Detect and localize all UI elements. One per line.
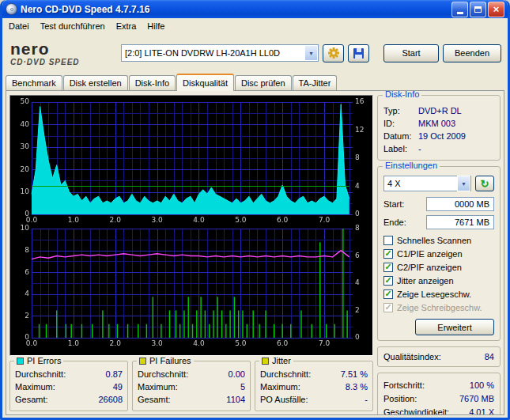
pif-jitter-chart [13,225,370,348]
start-position-input[interactable]: 0000 MB [426,197,494,211]
checkbox-icon: ✓ [383,289,393,299]
app-icon [6,3,17,15]
title-bar: Nero CD-DVD Speed 4.7.7.16 × [2,0,508,18]
checkbox-c2-pif-anzeigen[interactable]: ✓ C2/PIF anzeigen [383,260,494,274]
tab-strip: Benchmark Disk erstellen Disk-Info Diskq… [2,73,508,90]
disk-date-label: Datum: [383,130,418,142]
stat-label: Maximum: [260,380,300,393]
pi-errors-color-swatch [17,358,24,365]
chevron-down-icon[interactable]: ▼ [457,176,470,191]
speed-label: Geschwindigkeit: [383,406,449,415]
stat-label: Gesamt: [15,393,48,406]
save-icon [353,48,364,59]
stat-label: Durchschnitt: [138,368,188,380]
toolbar: nero CD·DVD SPEED [2:0] LITE-ON DVDRW LH… [2,33,508,73]
checkbox-schnelles-scannen[interactable]: ✓ Schnelles Scannen [383,233,494,247]
checkbox-label: Zeige Lesegeschw. [397,289,471,299]
checkbox-jitter-anzeigen[interactable]: ✓ Jitter anzeigen [383,274,494,287]
disk-date-value: 19 Oct 2009 [418,130,466,142]
end-position-label: Ende: [383,218,406,227]
options-button[interactable] [323,44,344,62]
disk-label-label: Label: [383,142,418,155]
checkbox-zeige-schreibgeschw: ✓ Zeige Schreibgeschw. [383,301,494,314]
checkbox-zeige-lesegeschw[interactable]: ✓ Zeige Lesegeschw. [383,287,494,301]
stat-label: Gesamt: [138,393,171,406]
tab-ta-jitter[interactable]: TA-Jitter [293,75,338,90]
tab-disk-info[interactable]: Disk-Info [129,75,176,90]
minimize-button[interactable] [451,2,468,17]
quality-index-box: Qualitätsindex: 84 [377,346,501,367]
pi-failures-panel-title: PI Failures [149,356,191,365]
checkbox-label: C1/PIE anzeigen [397,249,463,259]
jitter-panel: Jitter Durchschnitt:7.51 % Maximum:8.3 %… [255,361,373,411]
checkbox-icon: ✓ [383,249,393,259]
menu-bar: Datei Test durchführen Extra Hilfe [2,18,508,33]
progress-label: Fortschritt: [383,379,425,392]
end-position-input[interactable]: 7671 MB [426,215,494,229]
speed-select-value: 4 X [384,179,457,188]
stat-value: 26608 [98,393,123,406]
start-position-label: Start: [383,199,404,209]
maximize-button[interactable] [470,2,486,17]
position-label: Position: [383,392,417,406]
pi-errors-panel-title: PI Errors [27,356,61,365]
checkbox-icon: ✓ [383,263,393,272]
settings-group: Einstellungen 4 X ▼ ↻ Start: 0000 MB End… [377,166,501,341]
drive-select[interactable]: [2:0] LITE-ON DVDRW LH-20A1H LL0D ▼ [121,44,319,62]
stat-label: Durchschnitt: [15,368,66,380]
progress-box: Fortschritt:100 % Position:7670 MB Gesch… [377,373,501,415]
stat-label: Maximum: [15,380,55,393]
logo-text: nero [10,40,116,57]
menu-hilfe[interactable]: Hilfe [142,21,170,32]
disk-label-value: - [418,142,421,155]
pi-errors-chart [13,98,370,225]
close-icon: × [493,4,500,14]
stat-value: 5 [240,380,245,393]
start-button[interactable]: Start [383,44,439,62]
checkbox-label: C2/PIF anzeigen [397,263,462,272]
checkbox-label: Zeige Schreibgeschw. [397,303,482,312]
checkbox-icon: ✓ [383,303,393,312]
tab-benchmark[interactable]: Benchmark [6,75,62,90]
disk-type-label: Typ: [383,104,418,117]
speed-select[interactable]: 4 X ▼ [383,176,471,191]
stat-value: - [365,393,368,406]
tab-diskqualitaet[interactable]: Diskqualität [176,74,234,91]
disk-type-value: DVD+R DL [418,104,462,117]
app-window: Nero CD-DVD Speed 4.7.7.16 × Datei Test … [0,0,510,420]
maximize-icon [474,6,482,13]
checkbox-icon: ✓ [383,236,393,245]
menu-datei[interactable]: Datei [3,21,35,32]
tab-disc-pruefen[interactable]: Disc prüfen [235,75,292,90]
quit-button[interactable]: Beenden [443,44,501,62]
close-button[interactable]: × [488,2,504,17]
window-title: Nero CD-DVD Speed 4.7.7.16 [21,4,451,15]
menu-extra[interactable]: Extra [111,21,142,32]
stat-value: 49 [113,380,123,393]
disk-id-value: MKM 003 [418,117,455,130]
stat-label: Maximum: [138,380,178,393]
quality-index-value: 84 [485,352,494,361]
refresh-icon: ↻ [481,178,489,190]
menu-test-durchfuehren[interactable]: Test durchführen [35,21,111,32]
chart-panel [9,95,373,356]
quality-index-label: Qualitätsindex: [383,352,441,361]
checkbox-label: Schnelles Scannen [397,236,471,245]
tab-disk-erstellen[interactable]: Disk erstellen [63,75,128,90]
checkbox-label: Jitter anzeigen [397,276,454,286]
pi-failures-panel: PI Failures Durchschnitt:0.00 Maximum:5 … [132,361,251,411]
advanced-button[interactable]: Erweitert [415,319,494,335]
chevron-down-icon[interactable]: ▼ [304,45,318,61]
checkbox-icon: ✓ [383,276,393,286]
gear-icon [327,47,340,59]
drive-select-value: [2:0] LITE-ON DVDRW LH-20A1H LL0D [122,48,304,58]
logo-subtitle: CD·DVD SPEED [10,59,116,66]
stat-label: PO Ausfälle: [260,393,308,406]
checkbox-c1-pie-anzeigen[interactable]: ✓ C1/PIE anzeigen [383,247,494,260]
stat-value: 0.87 [106,368,123,380]
save-button[interactable] [348,44,369,62]
minimize-icon [457,12,463,14]
refresh-button[interactable]: ↻ [475,176,494,191]
settings-group-title: Einstellungen [383,161,440,170]
pi-errors-panel: PI Errors Durchschnitt:0.87 Maximum:49 G… [9,361,128,411]
